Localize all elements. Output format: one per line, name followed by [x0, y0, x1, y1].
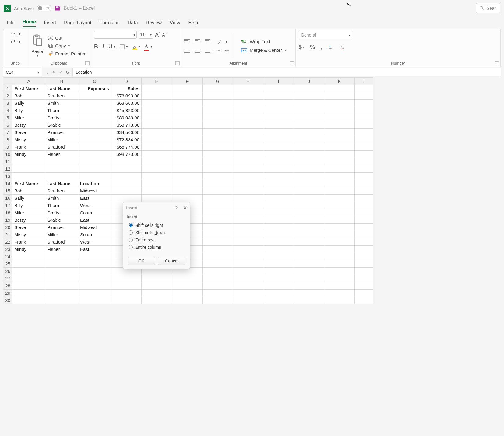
column-header-K[interactable]: K — [324, 78, 355, 85]
cell-D14[interactable] — [111, 180, 142, 187]
align-right[interactable] — [205, 47, 213, 55]
cell-D3[interactable]: $63,663.00 — [111, 100, 142, 107]
cell-K3[interactable] — [324, 100, 355, 107]
row-header-5[interactable]: 5 — [3, 114, 12, 121]
cell-H2[interactable] — [233, 92, 263, 100]
decrease-decimal-button[interactable]: .00→0 — [340, 45, 346, 50]
cell-E10[interactable] — [142, 151, 172, 158]
cell-A22[interactable]: Frank — [12, 238, 45, 246]
cell-I25[interactable] — [263, 260, 294, 268]
cell-E6[interactable] — [142, 121, 172, 129]
cell-K11[interactable] — [324, 158, 355, 165]
cell-E7[interactable] — [142, 129, 172, 136]
cell-A17[interactable]: Billy — [12, 202, 45, 209]
cell-G6[interactable] — [203, 121, 233, 129]
column-header-A[interactable]: A — [12, 78, 45, 85]
cell-D6[interactable]: $53,773.00 — [111, 121, 142, 129]
cell-B3[interactable]: Smith — [45, 100, 78, 107]
cell-C17[interactable]: West — [78, 202, 111, 209]
cell-D16[interactable] — [111, 195, 142, 202]
cell-H6[interactable] — [233, 121, 263, 129]
cell-C5[interactable] — [78, 114, 111, 121]
cell-B27[interactable] — [45, 275, 78, 282]
cell-A13[interactable] — [12, 173, 45, 180]
cell-C19[interactable]: East — [78, 216, 111, 224]
cell-A5[interactable]: Mike — [12, 114, 45, 121]
tab-help[interactable]: Help — [188, 20, 198, 27]
cell-H24[interactable] — [233, 253, 263, 260]
cell-F16[interactable] — [172, 195, 203, 202]
cell-E29[interactable] — [142, 290, 172, 297]
cell-F11[interactable] — [172, 158, 203, 165]
font-dialog-launcher[interactable] — [175, 61, 180, 65]
tab-data[interactable]: Data — [128, 20, 138, 27]
cell-C9[interactable] — [78, 143, 111, 151]
alignment-dialog-launcher[interactable] — [290, 61, 294, 65]
clipboard-dialog-launcher[interactable] — [85, 61, 90, 65]
cell-J15[interactable] — [294, 187, 324, 195]
cell-I29[interactable] — [263, 290, 294, 297]
cell-B28[interactable] — [45, 282, 78, 290]
column-header-E[interactable]: E — [142, 78, 172, 85]
cell-D8[interactable]: $72,334.00 — [111, 136, 142, 143]
cell-F7[interactable] — [172, 129, 203, 136]
cell-G14[interactable] — [203, 180, 233, 187]
cell-B29[interactable] — [45, 290, 78, 297]
cell-A16[interactable]: Sally — [12, 195, 45, 202]
cell-K20[interactable] — [324, 224, 355, 231]
cell-F12[interactable] — [172, 165, 203, 173]
orientation-button[interactable]: ▾ — [216, 39, 230, 45]
cell-A3[interactable]: Sally — [12, 100, 45, 107]
cell-A1[interactable]: First Name — [12, 85, 45, 92]
cell-I10[interactable] — [263, 151, 294, 158]
cell-E28[interactable] — [142, 282, 172, 290]
cell-B21[interactable]: Miller — [45, 231, 78, 238]
cell-E30[interactable] — [142, 297, 172, 304]
tab-view[interactable]: View — [170, 20, 180, 27]
paste-icon[interactable] — [32, 34, 42, 47]
cell-B10[interactable]: Fisher — [45, 151, 78, 158]
cell-J7[interactable] — [294, 129, 324, 136]
cell-B17[interactable]: Thorn — [45, 202, 78, 209]
cell-B8[interactable]: Miller — [45, 136, 78, 143]
cell-K19[interactable] — [324, 216, 355, 224]
cell-B11[interactable] — [45, 158, 78, 165]
cell-K28[interactable] — [324, 282, 355, 290]
cell-I1[interactable] — [263, 85, 294, 92]
cell-A12[interactable] — [12, 165, 45, 173]
cell-A25[interactable] — [12, 260, 45, 268]
cell-D5[interactable]: $89,933.00 — [111, 114, 142, 121]
tab-formulas[interactable]: Formulas — [99, 20, 120, 27]
cell-A2[interactable]: Bob — [12, 92, 45, 100]
cell-K16[interactable] — [324, 195, 355, 202]
cell-C13[interactable] — [78, 173, 111, 180]
cell-F29[interactable] — [172, 290, 203, 297]
cell-C12[interactable] — [78, 165, 111, 173]
cell-I12[interactable] — [263, 165, 294, 173]
cell-G4[interactable] — [203, 107, 233, 114]
align-center[interactable] — [195, 47, 203, 55]
row-header-7[interactable]: 7 — [3, 129, 12, 136]
cell-J11[interactable] — [294, 158, 324, 165]
cell-B14[interactable]: Last Name — [45, 180, 78, 187]
cell-K18[interactable] — [324, 209, 355, 216]
cell-C22[interactable]: West — [78, 238, 111, 246]
cell-H20[interactable] — [233, 224, 263, 231]
cell-I30[interactable] — [263, 297, 294, 304]
row-header-8[interactable]: 8 — [3, 136, 12, 143]
cell-L1[interactable] — [355, 85, 373, 92]
cell-K5[interactable] — [324, 114, 355, 121]
cell-G10[interactable] — [203, 151, 233, 158]
cell-L24[interactable] — [355, 253, 373, 260]
cell-B5[interactable]: Crafty — [45, 114, 78, 121]
cell-H22[interactable] — [233, 238, 263, 246]
cell-D29[interactable] — [111, 290, 142, 297]
decrease-indent[interactable] — [216, 48, 221, 53]
cell-J23[interactable] — [294, 246, 324, 253]
cell-C10[interactable] — [78, 151, 111, 158]
cell-J19[interactable] — [294, 216, 324, 224]
cell-E14[interactable] — [142, 180, 172, 187]
cell-H5[interactable] — [233, 114, 263, 121]
cell-G7[interactable] — [203, 129, 233, 136]
cell-J26[interactable] — [294, 268, 324, 275]
